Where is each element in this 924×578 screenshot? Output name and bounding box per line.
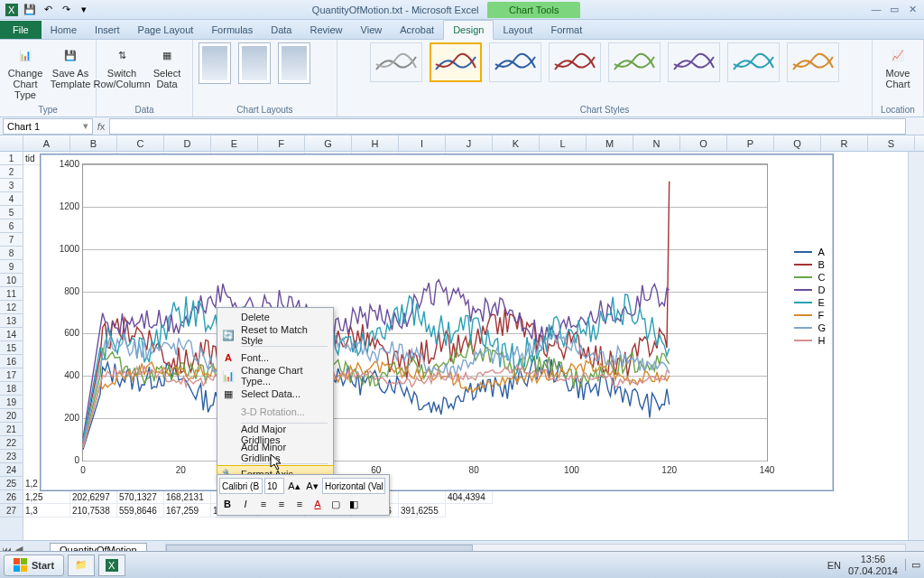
cell[interactable]: 559,8646 <box>117 504 164 517</box>
change-chart-type-button[interactable]: 📊Change Chart Type <box>5 42 45 100</box>
tab-layout[interactable]: Layout <box>494 21 541 39</box>
col-header[interactable]: R <box>821 135 868 151</box>
redo-icon[interactable]: ↷ <box>58 2 74 18</box>
cell[interactable]: 404,4394 <box>446 490 493 504</box>
col-header[interactable]: N <box>633 135 680 151</box>
col-header[interactable]: J <box>446 135 493 151</box>
legend-item[interactable]: F <box>794 310 826 321</box>
col-header[interactable]: K <box>493 135 540 151</box>
row-header[interactable]: 1 <box>0 152 23 165</box>
chart-style-7[interactable] <box>727 42 780 82</box>
row-header[interactable]: 6 <box>0 219 23 233</box>
row-header[interactable]: 11 <box>0 287 23 301</box>
tab-design[interactable]: Design <box>443 20 494 40</box>
start-button[interactable]: Start <box>4 555 64 576</box>
row-header[interactable]: 27 <box>0 504 23 517</box>
col-header[interactable]: H <box>352 135 399 151</box>
chart-layout-option[interactable] <box>278 42 310 84</box>
mini-align-center-icon[interactable]: ≡ <box>273 496 290 512</box>
fx-icon[interactable]: fx <box>93 121 109 132</box>
legend-item[interactable]: H <box>794 335 826 346</box>
chart-object[interactable]: 0200400600800100012001400020406080100120… <box>40 154 834 491</box>
mini-grow-font-icon[interactable]: A▴ <box>286 478 302 494</box>
col-header[interactable]: M <box>587 135 633 151</box>
row-header[interactable]: 20 <box>0 409 23 423</box>
col-header[interactable]: E <box>211 135 258 151</box>
row-header[interactable]: 13 <box>0 314 23 328</box>
ctx-change-chart-type[interactable]: 📊Change Chart Type... <box>217 367 333 385</box>
mini-italic-icon[interactable]: I <box>237 496 254 512</box>
ctx-add-minor-gridlines[interactable]: Add Minor Gridlines <box>217 443 333 461</box>
task-explorer-icon[interactable]: 📁 <box>68 555 95 576</box>
mini-selection-box[interactable] <box>322 478 385 494</box>
col-header[interactable]: B <box>70 135 117 151</box>
legend-item[interactable]: C <box>794 272 826 283</box>
cells-area[interactable]: tid ABCDEFGH 1,2103,4474333,3413102,9013… <box>23 152 908 540</box>
col-header[interactable]: O <box>680 135 727 151</box>
col-header[interactable]: D <box>164 135 211 151</box>
row-header[interactable]: 10 <box>0 274 23 287</box>
chart-layout-option[interactable] <box>199 42 231 84</box>
row-header[interactable]: 23 <box>0 450 23 463</box>
cell[interactable]: 1,3 <box>23 504 70 517</box>
close-icon[interactable]: ✕ <box>904 4 920 15</box>
undo-icon[interactable]: ↶ <box>40 2 56 18</box>
tab-view[interactable]: View <box>352 21 392 39</box>
cell[interactable]: 210,7538 <box>70 504 117 517</box>
ctx-reset[interactable]: 🔄Reset to Match Style <box>217 326 333 344</box>
chart-style-8[interactable] <box>787 42 839 82</box>
tab-review[interactable]: Review <box>300 21 351 39</box>
minimize-icon[interactable]: — <box>868 4 884 15</box>
mini-align-right-icon[interactable]: ≡ <box>291 496 308 512</box>
col-header[interactable]: C <box>117 135 164 151</box>
restore-icon[interactable]: ▭ <box>886 4 902 15</box>
chart-style-6[interactable] <box>668 42 720 82</box>
col-header[interactable]: P <box>727 135 774 151</box>
mini-font-color-icon[interactable]: A <box>310 496 326 512</box>
tab-page-layout[interactable]: Page Layout <box>129 21 203 39</box>
name-box[interactable]: Chart 1▾ <box>3 118 93 135</box>
tab-acrobat[interactable]: Acrobat <box>391 21 443 39</box>
row-header[interactable]: 14 <box>0 328 23 341</box>
vertical-scrollbar[interactable] <box>908 152 924 540</box>
row-header[interactable]: 5 <box>0 206 23 219</box>
row-header[interactable]: 22 <box>0 436 23 450</box>
chart-layout-option[interactable] <box>238 42 271 84</box>
task-excel-icon[interactable]: X <box>98 555 125 576</box>
ctx-add-major-gridlines[interactable]: Add Major Gridlines <box>217 425 333 443</box>
cell[interactable]: 570,1327 <box>117 490 164 504</box>
row-header[interactable]: 24 <box>0 463 23 477</box>
col-header[interactable]: G <box>305 135 352 151</box>
chart-plot-area[interactable]: 0200400600800100012001400020406080100120… <box>82 163 768 461</box>
tab-formulas[interactable]: Formulas <box>202 21 262 39</box>
row-header[interactable]: 25 <box>0 477 23 490</box>
tab-file[interactable]: File <box>0 21 42 39</box>
ctx-delete[interactable]: Delete <box>217 308 333 326</box>
chart-style-1[interactable] <box>370 42 422 82</box>
row-header[interactable]: 2 <box>0 165 23 179</box>
save-template-button[interactable]: 💾Save As Template <box>51 42 90 89</box>
select-data-button[interactable]: ▦Select Data <box>147 42 187 89</box>
row-header[interactable]: 26 <box>0 490 23 504</box>
row-header[interactable]: 15 <box>0 341 23 355</box>
row-header[interactable]: 16 <box>0 355 23 368</box>
qat-more-icon[interactable]: ▾ <box>76 2 92 18</box>
cell[interactable] <box>399 490 446 504</box>
legend-item[interactable]: D <box>794 284 826 295</box>
row-header[interactable]: 8 <box>0 247 23 260</box>
cell[interactable]: 168,2131 <box>164 490 211 504</box>
mini-font-size[interactable] <box>264 478 284 494</box>
tab-insert[interactable]: Insert <box>86 21 129 39</box>
mini-shrink-font-icon[interactable]: A▾ <box>304 478 320 494</box>
col-header[interactable]: A <box>23 135 70 151</box>
mini-border-icon[interactable]: ▢ <box>328 496 344 512</box>
tray-lang[interactable]: EN <box>827 560 841 571</box>
legend-item[interactable]: G <box>794 322 826 333</box>
row-header[interactable]: 3 <box>0 179 23 192</box>
chart-legend[interactable]: ABCDEFGH <box>794 245 826 348</box>
tab-home[interactable]: Home <box>42 21 86 39</box>
chart-style-2[interactable] <box>430 42 482 82</box>
ctx-select-data[interactable]: ▦Select Data... <box>217 385 333 403</box>
show-desktop-icon[interactable]: ▭ <box>905 559 920 571</box>
cell[interactable]: 391,6255 <box>399 504 446 517</box>
